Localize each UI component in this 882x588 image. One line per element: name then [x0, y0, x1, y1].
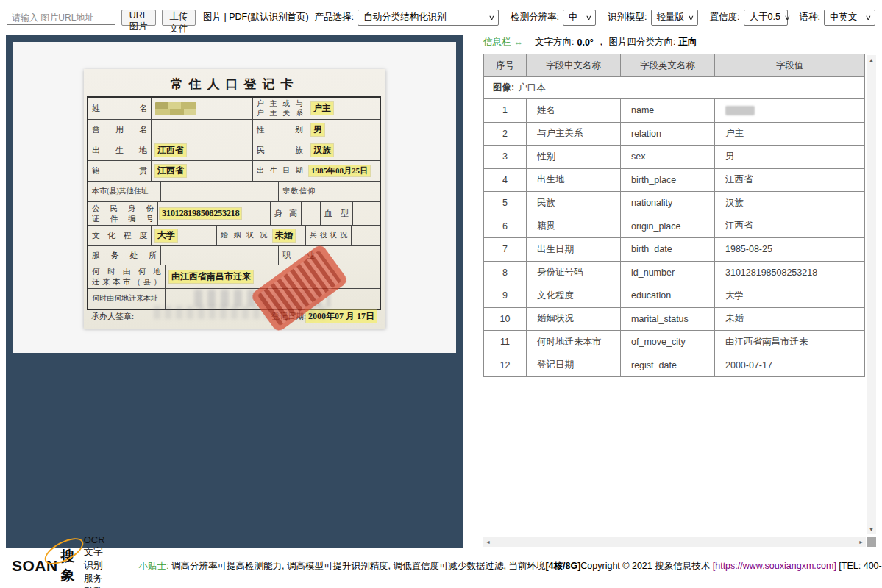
doc-row-former-name: 曾用名 性别 男	[88, 120, 380, 140]
url-recognize-button[interactable]: URL图片识别	[121, 10, 156, 26]
doc-label-operator-sign: 承办人签章:	[91, 311, 134, 322]
table-row: 9 文化程度 education 大学	[484, 284, 864, 308]
horizontal-scrollbar[interactable]: ◄ ►	[483, 537, 866, 547]
cell-seq: 11	[484, 331, 527, 354]
image-canvas: 常住人口登记卡 姓名 户主或与 户主关系 户主 曾用名 性别 男	[13, 42, 456, 353]
cell-seq: 9	[484, 284, 527, 307]
image-type-row: 图像: 户口本	[484, 77, 864, 99]
table-row: 11 何时地迁来本市 of_move_city 由江西省南昌市迁来	[484, 331, 864, 354]
tip-text: 调高分辨率可提高检测能力, 调高模型可提升识别精度, 调低置信度可减少数据过滤,…	[169, 561, 546, 571]
doc-value-sex: 男	[311, 123, 324, 136]
scroll-right-arrow-icon[interactable]: ►	[858, 537, 864, 547]
table-row: 7 出生日期 birth_date 1985-08-25	[484, 238, 864, 262]
swap-arrows-icon[interactable]: ⇔	[514, 37, 524, 48]
confidence-select-label: 置信度:	[710, 11, 740, 24]
cell-value: 大学	[715, 284, 864, 307]
cell-value: 江西省	[715, 215, 864, 238]
cell-seq: 2	[484, 123, 527, 146]
product-select-label: 产品选择:	[315, 11, 354, 24]
cell-cn-name: 民族	[527, 192, 621, 215]
col-header-en-name: 字段英文名称	[621, 54, 715, 76]
company-website-link[interactable]: https://www.souxiangxm.com	[715, 561, 833, 571]
doc-value-birth-date: 1985年08月25日	[309, 165, 370, 176]
cell-en-name: of_move_city	[621, 331, 715, 354]
cell-value: 2000-07-17	[715, 354, 864, 377]
soan-logo: SOAN 搜象	[12, 547, 75, 585]
cell-en-name: nationality	[621, 192, 715, 215]
confidence-select[interactable]: 大于0.5 ∨	[744, 10, 788, 26]
doc-label-other-address: 本市(县)其他住址	[92, 187, 157, 196]
cell-en-name: name	[621, 99, 715, 122]
col-header-cn-name: 字段中文名称	[527, 54, 621, 76]
cell-en-name: birth_date	[621, 238, 715, 261]
doc-label-id-number: 公民身份 证件编号	[92, 204, 154, 223]
cell-cn-name: 出生地	[527, 169, 621, 192]
table-row: 2 与户主关系 relation 户主	[484, 123, 864, 146]
language-select[interactable]: 中英文 ∨	[824, 10, 875, 26]
info-separator: ，	[597, 36, 606, 49]
table-row: 12 登记日期 regist_date 2000-07-17	[484, 354, 864, 377]
tel-text: [TEL: 400-168-5875]	[836, 561, 882, 571]
censored-name-mosaic	[155, 102, 196, 115]
model-select-value: 轻量版	[657, 11, 685, 24]
toolbar: URL图片识别 上传文件识别 图片 | PDF(默认识别首页) 产品选择: 自动…	[0, 0, 882, 35]
doc-value-nation: 汉族	[311, 144, 333, 157]
doc-value-origin: 江西省	[155, 165, 186, 177]
cell-value: 户主	[715, 123, 864, 146]
cell-cn-name: 身份证号码	[527, 262, 621, 284]
cell-cn-name: 出生日期	[527, 238, 621, 261]
col-header-value: 字段值	[715, 54, 864, 76]
text-direction-value: 0.0°	[577, 37, 593, 48]
cell-seq: 10	[484, 308, 527, 331]
image-type-value: 户口本	[518, 82, 546, 94]
model-select[interactable]: 轻量版 ∨	[651, 10, 698, 26]
cell-cn-name: 登记日期	[527, 354, 621, 377]
doc-label-relation: 户主或与 户主关系	[257, 99, 303, 118]
doc-value-move-city: 由江西省南昌市迁来	[169, 270, 253, 283]
upload-file-button[interactable]: 上传文件识别	[162, 10, 196, 26]
doc-label-name: 姓名	[92, 104, 147, 114]
cell-en-name: relation	[621, 123, 715, 146]
tip-env: [4核/8G]	[545, 561, 580, 571]
doc-row-other-address: 本市(县)其他住址 宗教信仰	[88, 182, 380, 202]
cell-value: 江西省	[715, 169, 864, 192]
chevron-down-icon: ∨	[586, 14, 592, 21]
copyright-text: Copyright © 2021 搜象信息技术	[580, 561, 712, 571]
chevron-down-icon: ∨	[488, 14, 495, 21]
cell-en-name: origin_place	[621, 215, 715, 238]
table-row: 4 出生地 birth_place 江西省	[484, 169, 864, 193]
footer-tagline: OCR文字识别服务引擎	[84, 534, 105, 588]
resolution-select-label: 检测分辨率:	[511, 11, 559, 24]
vertical-scrollbar[interactable]: ▲ ▼	[867, 55, 876, 534]
cell-cn-name: 与户主关系	[527, 123, 621, 146]
result-table-header: 序号 字段中文名称 字段英文名称 字段值	[484, 54, 864, 77]
cell-seq: 7	[484, 238, 527, 261]
table-row: 3 性别 sex 男	[484, 146, 864, 169]
scroll-up-arrow-icon[interactable]: ▲	[867, 55, 876, 65]
cell-cn-name: 婚姻状况	[527, 308, 621, 331]
doc-label-former-name: 曾用名	[92, 125, 147, 135]
product-select[interactable]: 自动分类结构化识别 ∨	[358, 10, 499, 26]
cell-cn-name: 籍贯	[527, 215, 621, 238]
logo-text-cn: 搜象	[61, 547, 75, 585]
cell-value: 汉族	[715, 192, 864, 215]
scroll-left-arrow-icon[interactable]: ◄	[486, 537, 491, 547]
url-input[interactable]	[7, 10, 115, 25]
doc-label-nation: 民族	[257, 146, 303, 156]
doc-label-education: 文化程度	[92, 231, 147, 241]
image-type-label: 图像:	[493, 82, 514, 94]
language-select-value: 中英文	[830, 11, 858, 24]
model-select-label: 识别模型:	[608, 11, 647, 24]
doc-value-id-number: 310128198508253218	[160, 208, 241, 219]
cell-seq: 12	[484, 354, 527, 377]
document-title: 常住人口登记卡	[84, 69, 385, 94]
image-preview-panel: 常住人口登记卡 姓名 户主或与 户主关系 户主 曾用名 性别 男	[6, 35, 463, 548]
cell-value: 由江西省南昌市迁来	[715, 331, 864, 354]
doc-value-birth-place: 江西省	[155, 144, 186, 157]
doc-label-move-city: 何时由何地 迁来本市（县）	[92, 267, 161, 286]
scroll-down-arrow-icon[interactable]: ▼	[867, 525, 876, 534]
doc-label-birth-place: 出生地	[92, 146, 147, 156]
cell-en-name: education	[621, 284, 715, 307]
mode-hint: 图片 | PDF(默认识别首页)	[203, 11, 309, 24]
resolution-select[interactable]: 中 ∨	[563, 10, 596, 26]
